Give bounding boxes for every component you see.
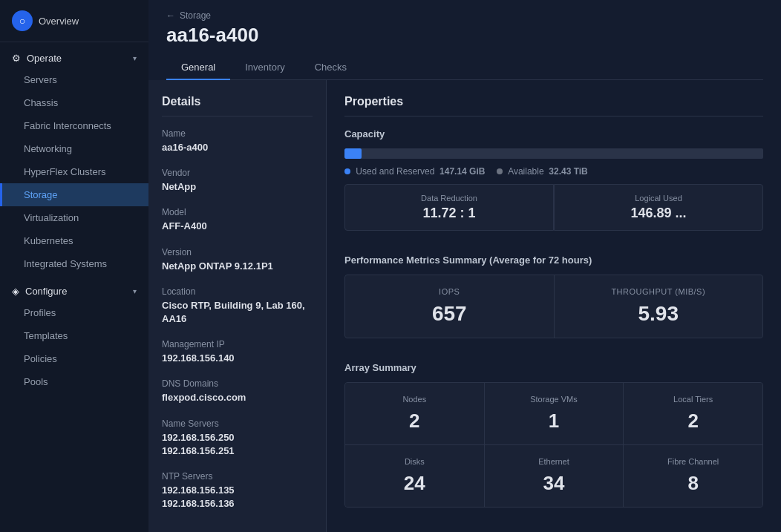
array-summary-section: Array Summary Nodes 2 Storage VMs 1 Loca…: [344, 359, 763, 508]
capacity-bar-row: [344, 148, 763, 159]
breadcrumb: ← Storage: [166, 10, 763, 21]
capacity-stat-logical-used: Logical Used 146.89 ...: [554, 184, 763, 231]
capacity-bar-fill: [344, 148, 362, 159]
sidebar-item-servers[interactable]: Servers: [0, 68, 148, 91]
configure-section-header[interactable]: ◈ Configure ▾: [0, 278, 148, 301]
tab-checks[interactable]: Checks: [300, 56, 362, 80]
configure-section: ◈ Configure ▾ Profiles Templates Policie…: [0, 278, 148, 393]
properties-panel: Properties Capacity Used and Reserved 14…: [327, 80, 781, 532]
detail-location: Location Cisco RTP, Building 9, Lab 160,…: [162, 286, 313, 326]
detail-mgmt-ip: Management IP 192.168.156.140: [162, 339, 313, 365]
available-value: 32.43 TiB: [549, 166, 587, 177]
sidebar: ○ Overview ⚙ Operate ▾ Servers Chassis F…: [0, 0, 148, 532]
detail-model-value: AFF-A400: [162, 220, 313, 233]
used-legend-dot: [344, 168, 350, 174]
array-grid-container: Nodes 2 Storage VMs 1 Local Tiers 2: [344, 382, 763, 508]
operate-label: Operate: [27, 53, 62, 64]
sidebar-item-pools[interactable]: Pools: [0, 370, 148, 393]
main-header: ← Storage aa16-a400 General Inventory Ch…: [148, 0, 781, 80]
capacity-section: Capacity Used and Reserved 147.14 GiB Av…: [344, 128, 763, 231]
main-content: ← Storage aa16-a400 General Inventory Ch…: [148, 0, 781, 532]
page-title: aa16-a400: [166, 24, 763, 47]
tabs-bar: General Inventory Checks: [166, 56, 763, 80]
array-grid-row2: Disks 24 Ethernet 34 Fibre Channel 8: [345, 444, 762, 507]
detail-model: Model AFF-A400: [162, 207, 313, 233]
array-disks: Disks 24: [345, 445, 484, 507]
detail-name-servers: Name Servers 192.168.156.250192.168.156.…: [162, 418, 313, 458]
sidebar-item-chassis[interactable]: Chassis: [0, 91, 148, 114]
capacity-legend: Used and Reserved 147.14 GiB Available 3…: [344, 166, 763, 177]
array-grid-row1: Nodes 2 Storage VMs 1 Local Tiers 2: [345, 383, 762, 444]
array-fibre-channel: Fibre Channel 8: [624, 445, 762, 507]
overview-label: Overview: [39, 16, 79, 27]
operate-chevron: ▾: [133, 54, 137, 62]
sidebar-item-virtualization[interactable]: Virtualization: [0, 206, 148, 229]
detail-vendor: Vendor NetApp: [162, 168, 313, 194]
operate-icon: ⚙: [12, 53, 21, 64]
available-legend-dot: [497, 168, 503, 174]
sidebar-item-storage[interactable]: Storage: [0, 183, 148, 206]
sidebar-item-policies[interactable]: Policies: [0, 347, 148, 370]
detail-version: Version NetApp ONTAP 9.12.1P1: [162, 247, 313, 273]
sidebar-item-integrated-systems[interactable]: Integrated Systems: [0, 252, 148, 275]
detail-ntp-servers: NTP Servers 192.168.156.135192.168.156.1…: [162, 471, 313, 510]
sidebar-item-profiles[interactable]: Profiles: [0, 301, 148, 324]
detail-vendor-value: NetApp: [162, 180, 313, 194]
sidebar-item-kubernetes[interactable]: Kubernetes: [0, 229, 148, 252]
array-nodes: Nodes 2: [345, 383, 484, 444]
tab-general[interactable]: General: [166, 56, 230, 80]
properties-title: Properties: [344, 95, 763, 116]
configure-chevron: ▾: [133, 287, 137, 295]
detail-location-value: Cisco RTP, Building 9, Lab 160, AA16: [162, 299, 313, 326]
sidebar-item-templates[interactable]: Templates: [0, 324, 148, 347]
array-summary-label: Array Summary: [344, 359, 763, 373]
operate-section: ⚙ Operate ▾ Servers Chassis Fabric Inter…: [0, 45, 148, 275]
tab-inventory[interactable]: Inventory: [230, 56, 299, 80]
breadcrumb-arrow: ←: [166, 10, 175, 21]
detail-version-value: NetApp ONTAP 9.12.1P1: [162, 260, 313, 273]
breadcrumb-parent[interactable]: Storage: [180, 10, 211, 21]
details-title: Details: [162, 95, 313, 116]
detail-dns-domains: DNS Domains flexpod.cisco.com: [162, 378, 313, 404]
configure-icon: ◈: [12, 286, 19, 297]
performance-section: Performance Metrics Summary (Average for…: [344, 252, 763, 338]
detail-nameservers-value: 192.168.156.250192.168.156.251: [162, 431, 313, 458]
capacity-stats: Data Reduction 11.72 : 1 Logical Used 14…: [344, 184, 763, 231]
detail-name-value: aa16-a400: [162, 141, 313, 154]
capacity-label: Capacity: [344, 128, 763, 139]
operate-section-header[interactable]: ⚙ Operate ▾: [0, 45, 148, 68]
perf-throughput: Throughput (MiB/S) 5.93: [555, 275, 763, 338]
sidebar-item-fabric-interconnects[interactable]: Fabric Interconnects: [0, 114, 148, 137]
details-panel: Details Name aa16-a400 Vendor NetApp Mod…: [148, 80, 327, 532]
array-storage-vms: Storage VMs 1: [485, 383, 624, 444]
performance-label: Performance Metrics Summary (Average for…: [344, 252, 763, 266]
used-legend-label: Used and Reserved: [356, 166, 434, 177]
capacity-stat-data-reduction: Data Reduction 11.72 : 1: [344, 184, 554, 231]
performance-grid: IOPS 657 Throughput (MiB/S) 5.93: [344, 275, 763, 338]
detail-dns-value: flexpod.cisco.com: [162, 391, 313, 404]
detail-name: Name aa16-a400: [162, 128, 313, 154]
sidebar-item-hyperflex-clusters[interactable]: HyperFlex Clusters: [0, 160, 148, 183]
available-legend-label: Available: [508, 166, 543, 177]
overview-icon: ○: [12, 10, 33, 31]
overview-item[interactable]: ○ Overview: [0, 0, 148, 42]
configure-label: Configure: [25, 286, 67, 297]
detail-ntp-value: 192.168.156.135192.168.156.136: [162, 484, 313, 510]
perf-iops: IOPS 657: [345, 275, 554, 338]
used-value: 147.14 GiB: [439, 166, 485, 177]
sidebar-item-networking[interactable]: Networking: [0, 137, 148, 160]
capacity-bar-container: [344, 148, 763, 159]
array-ethernet: Ethernet 34: [485, 445, 624, 507]
array-local-tiers: Local Tiers 2: [624, 383, 762, 444]
content-area: Details Name aa16-a400 Vendor NetApp Mod…: [148, 80, 781, 532]
detail-mgmt-ip-value: 192.168.156.140: [162, 352, 313, 365]
